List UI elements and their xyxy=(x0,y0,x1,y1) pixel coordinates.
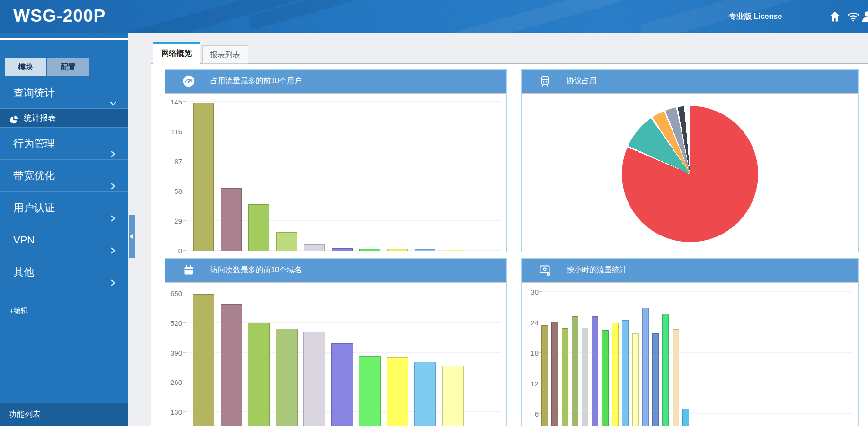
y-tick-label: 18 xyxy=(523,349,539,357)
panel-title: 访问次数最多的前10个域名 xyxy=(210,265,302,275)
panel-title: 协议占用 xyxy=(567,76,597,86)
gauge-icon xyxy=(182,75,195,87)
sidebar-item-label: 统计报表 xyxy=(24,113,56,122)
bar xyxy=(387,249,408,251)
tab-report-list[interactable]: 报表列表 xyxy=(202,45,248,64)
bar xyxy=(562,328,568,426)
panel-top-users: 占用流量最多的前10个用户 0295887116145 xyxy=(165,69,507,252)
bar xyxy=(248,204,269,251)
bar xyxy=(592,316,598,426)
train-icon xyxy=(539,75,551,87)
bar-chart-top-users: 0295887116145 xyxy=(165,95,506,252)
y-tick-label: 260 xyxy=(167,378,182,386)
bar xyxy=(682,409,689,426)
y-tick-label: 520 xyxy=(167,319,182,327)
panel-header: 按小时的流量统计 xyxy=(522,259,858,283)
bar xyxy=(415,249,435,251)
y-tick-label: 24 xyxy=(523,318,539,326)
bar xyxy=(221,188,242,251)
bar xyxy=(304,244,325,251)
bar-chart-hourly-traffic: 612182430 xyxy=(522,284,858,426)
bar xyxy=(582,328,588,426)
bar xyxy=(332,248,353,251)
bar xyxy=(331,343,353,426)
sidebar-item-query-stats[interactable]: 查询统计 xyxy=(0,77,128,109)
sidebar-item-vpn[interactable]: VPN xyxy=(0,224,128,256)
y-tick-label: 145 xyxy=(167,98,182,106)
sidebar-item-label: 其他 xyxy=(13,266,34,278)
wifi-icon[interactable] xyxy=(847,10,860,23)
plot-area: 130260390520650 xyxy=(168,286,503,426)
bar xyxy=(642,308,649,426)
bar xyxy=(662,314,669,426)
bar xyxy=(221,304,242,426)
chart-bars xyxy=(190,96,467,251)
app-header: WSG-200P 专业版 License xyxy=(0,0,868,33)
sidebar-tab-config[interactable]: 配置 xyxy=(47,58,89,76)
user-icon[interactable] xyxy=(860,10,868,23)
bar xyxy=(414,362,436,426)
sidebar-item-label: 带宽优化 xyxy=(13,170,55,182)
sidebar-menu: 查询统计 统计报表 行为管理 带宽优化 用户认证 xyxy=(0,77,128,288)
y-tick-label: 130 xyxy=(167,408,182,416)
bar xyxy=(551,322,558,426)
y-tick-label: 58 xyxy=(167,187,182,195)
bar xyxy=(193,103,214,251)
sidebar-item-stat-report[interactable]: 统计报表 xyxy=(0,109,128,128)
edit-modules-link[interactable]: +编辑 xyxy=(9,306,28,315)
bar xyxy=(276,232,297,251)
chart-bars xyxy=(190,286,467,426)
y-tick-label: 650 xyxy=(167,289,182,297)
y-tick-label: 116 xyxy=(167,128,182,136)
panel-protocol-usage: 协议占用 xyxy=(521,69,859,252)
sidebar-item-label: 行为管理 xyxy=(13,138,55,149)
bar xyxy=(622,320,629,426)
sidebar: 模块 配置 查询统计 统计报表 行为管理 带宽优化 xyxy=(0,33,128,426)
bar xyxy=(303,332,325,426)
sidebar-item-auth[interactable]: 用户认证 xyxy=(0,192,128,224)
bar xyxy=(387,357,408,426)
bar xyxy=(359,356,381,426)
pie-chart-protocols xyxy=(522,95,858,252)
bar xyxy=(359,249,380,251)
y-tick-label: 0 xyxy=(167,247,182,255)
y-tick-label: 12 xyxy=(523,379,539,387)
sidebar-item-behavior[interactable]: 行为管理 xyxy=(0,128,128,160)
sidebar-item-label: 用户认证 xyxy=(13,202,55,214)
tab-network-overview[interactable]: 网络概览 xyxy=(153,42,200,64)
sidebar-tab-modules[interactable]: 模块 xyxy=(5,58,46,76)
panel-header: 协议占用 xyxy=(522,70,858,94)
app-logo: WSG-200P xyxy=(13,6,106,26)
bar xyxy=(442,366,464,426)
y-tick-label: 87 xyxy=(167,157,182,165)
panel-hourly-traffic: 按小时的流量统计 612182430 xyxy=(521,258,859,426)
plot-area: 612182430 xyxy=(524,286,854,426)
panel-top-domains: 访问次数最多的前10个域名 130260390520650 xyxy=(165,258,507,426)
bar-chart-top-domains: 130260390520650 xyxy=(165,284,506,426)
sidebar-item-bandwidth[interactable]: 带宽优化 xyxy=(0,160,128,192)
chart-bars xyxy=(541,286,689,426)
bar xyxy=(248,323,270,426)
panel-title: 占用流量最多的前10个用户 xyxy=(210,76,302,86)
sidebar-collapse-handle[interactable] xyxy=(129,215,135,258)
bar xyxy=(632,333,639,426)
function-list-bar[interactable]: 功能列表 xyxy=(0,403,128,426)
sidebar-item-label: 查询统计 xyxy=(13,87,55,99)
home-icon[interactable] xyxy=(828,10,841,23)
sidebar-tabs: 模块 配置 xyxy=(5,58,89,76)
y-tick-label: 30 xyxy=(523,287,539,296)
bar xyxy=(193,294,214,426)
bar xyxy=(541,325,548,426)
monitor-gear-icon xyxy=(539,264,551,277)
sidebar-item-other[interactable]: 其他 xyxy=(0,256,128,288)
y-tick-label: 29 xyxy=(167,217,182,225)
y-tick-label: 390 xyxy=(167,348,182,356)
license-badge: 专业版 License xyxy=(729,0,782,33)
pie xyxy=(622,106,758,242)
sidebar-item-label: VPN xyxy=(13,234,35,246)
chevron-right-icon xyxy=(109,268,117,299)
pie-chart-icon xyxy=(9,113,19,123)
header-decoration xyxy=(427,0,623,33)
bar xyxy=(673,329,679,426)
panel-header: 占用流量最多的前10个用户 xyxy=(165,70,506,94)
